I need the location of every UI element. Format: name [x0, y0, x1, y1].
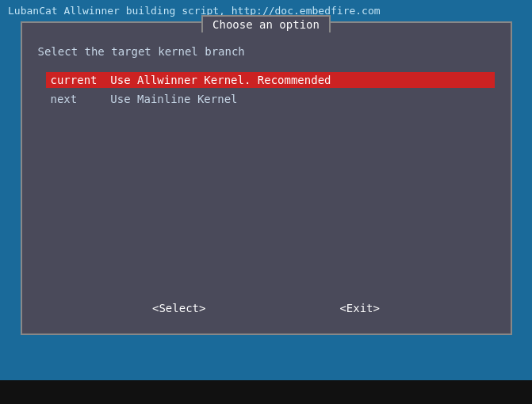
- dialog: Choose an option Select the target kerne…: [21, 21, 512, 335]
- option-current[interactable]: current Use Allwinner Kernel. Recommende…: [46, 72, 495, 88]
- option-next[interactable]: next Use Mainline Kernel: [46, 91, 495, 107]
- option-list: current Use Allwinner Kernel. Recommende…: [38, 72, 495, 107]
- button-row: <Select> <Exit>: [38, 291, 495, 326]
- dialog-wrapper: Choose an option Select the target kerne…: [0, 21, 532, 335]
- dialog-body: Select the target kernel branch current …: [22, 32, 511, 333]
- select-button[interactable]: <Select>: [143, 299, 215, 318]
- option-current-text: current Use Allwinner Kernel. Recommende…: [51, 74, 331, 86]
- bottom-bar: [0, 380, 532, 404]
- dialog-title: Choose an option: [201, 15, 331, 32]
- dialog-subtitle: Select the target kernel branch: [38, 45, 495, 58]
- exit-button[interactable]: <Exit>: [330, 299, 389, 318]
- dialog-title-bar: Choose an option: [22, 15, 511, 32]
- option-next-text: next Use Mainline Kernel: [51, 93, 238, 105]
